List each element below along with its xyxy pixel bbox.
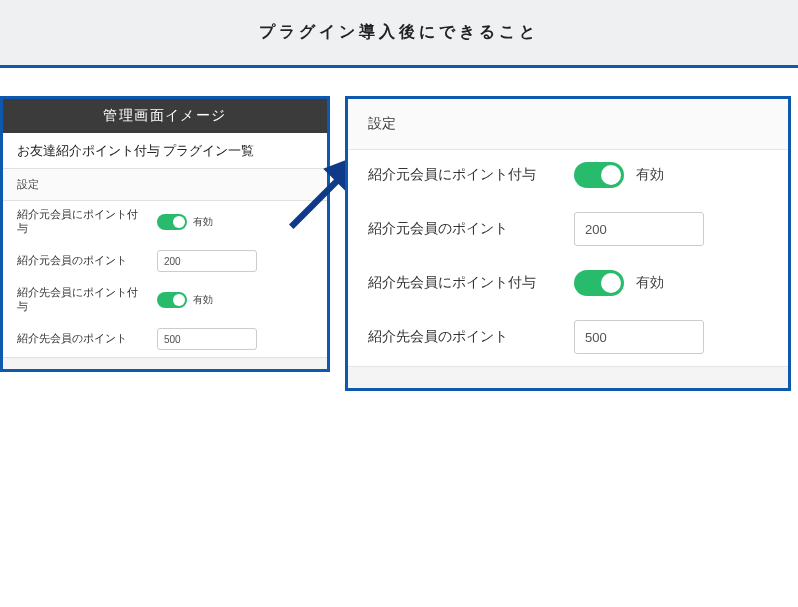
label-referrer-grant-sm: 紹介元会員にポイント付与 [17,208,147,236]
toggle-knob-icon [173,294,185,306]
thumbnail-titlebar: 管理画面イメージ [3,99,327,133]
toggle-knob-icon [601,273,621,293]
toggle-referrer-grant-sm[interactable] [157,214,187,230]
label-referrer-points: 紹介元会員のポイント [368,220,558,238]
toggle-status-referee-sm: 有効 [193,293,213,307]
thumbnail-footer [3,357,327,369]
label-referee-points-sm: 紹介先会員のポイント [17,332,147,346]
enlarged-section-head: 設定 [348,99,788,150]
admin-enlarged-panel: 設定 紹介元会員にポイント付与 有効 紹介元会員のポイント 200 紹介先会員に… [345,96,791,391]
breadcrumb: お友達紹介ポイント付与 プラグイン一覧 [3,133,327,168]
page-header: プラグイン導入後にできること [0,0,798,65]
toggle-referee-grant-sm[interactable] [157,292,187,308]
label-referee-points: 紹介先会員のポイント [368,328,558,346]
row-referrer-grant: 紹介元会員にポイント付与 有効 [348,150,788,200]
row-referee-grant-sm: 紹介先会員にポイント付与 有効 [3,279,327,321]
label-referee-grant-sm: 紹介先会員にポイント付与 [17,286,147,314]
row-referee-points-sm: 紹介先会員のポイント 500 [3,321,327,357]
content-row: 管理画面イメージ お友達紹介ポイント付与 プラグイン一覧 設定 紹介元会員にポイ… [0,96,798,372]
toggle-referee-grant[interactable] [574,270,624,296]
admin-thumbnail-panel: 管理画面イメージ お友達紹介ポイント付与 プラグイン一覧 設定 紹介元会員にポイ… [0,96,330,372]
row-referrer-points-sm: 紹介元会員のポイント 200 [3,243,327,279]
label-referee-grant: 紹介先会員にポイント付与 [368,274,558,292]
input-referee-points-sm[interactable]: 500 [157,328,257,350]
label-referrer-grant: 紹介元会員にポイント付与 [368,166,558,184]
spacer [0,372,798,607]
input-referrer-points[interactable]: 200 [574,212,704,246]
toggle-knob-icon [173,216,185,228]
header-divider [0,65,798,68]
toggle-status-referrer: 有効 [636,166,664,184]
page-title: プラグイン導入後にできること [259,23,539,40]
input-referrer-points-sm[interactable]: 200 [157,250,257,272]
enlarged-footer [348,366,788,388]
toggle-status-referee: 有効 [636,274,664,292]
toggle-status-referrer-sm: 有効 [193,215,213,229]
toggle-referrer-grant[interactable] [574,162,624,188]
thumbnail-section-head: 設定 [3,168,327,201]
row-referee-points: 紹介先会員のポイント 500 [348,308,788,366]
thumbnail-title: 管理画面イメージ [103,107,226,123]
input-referee-points[interactable]: 500 [574,320,704,354]
label-referrer-points-sm: 紹介元会員のポイント [17,254,147,268]
toggle-knob-icon [601,165,621,185]
row-referrer-grant-sm: 紹介元会員にポイント付与 有効 [3,201,327,243]
row-referrer-points: 紹介元会員のポイント 200 [348,200,788,258]
row-referee-grant: 紹介先会員にポイント付与 有効 [348,258,788,308]
